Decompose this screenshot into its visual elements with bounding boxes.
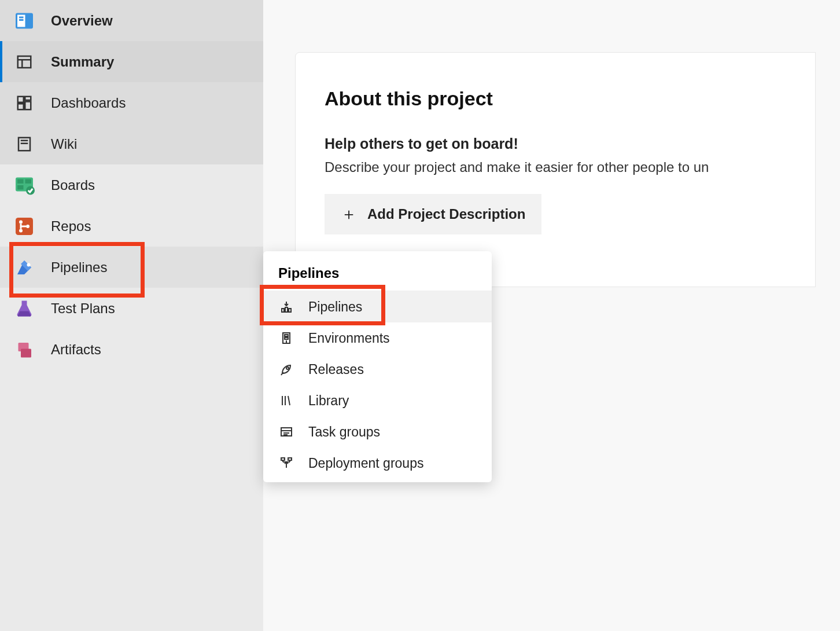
- svg-rect-9: [25, 101, 31, 109]
- svg-rect-7: [18, 96, 24, 102]
- svg-rect-3: [19, 19, 24, 21]
- add-btn-label: Add Project Description: [367, 206, 525, 222]
- sidebar-item-overview[interactable]: Overview: [0, 0, 263, 41]
- dashboards-icon: [14, 93, 35, 113]
- sidebar-item-boards[interactable]: Boards: [0, 164, 263, 206]
- flyout-item-releases[interactable]: Releases: [263, 354, 492, 385]
- flyout-item-label: Library: [308, 393, 349, 409]
- svg-point-21: [19, 229, 23, 232]
- about-heading: About this project: [325, 87, 786, 110]
- sidebar: Overview Summary Dashboards Wiki: [0, 0, 263, 631]
- svg-line-36: [288, 396, 290, 405]
- flyout-item-deploygroups[interactable]: Deployment groups: [263, 447, 492, 479]
- about-description: Describe your project and make it easier…: [325, 159, 786, 175]
- svg-rect-8: [25, 96, 31, 100]
- svg-rect-10: [18, 104, 24, 109]
- flyout-item-library[interactable]: Library: [263, 385, 492, 416]
- sidebar-item-wiki[interactable]: Wiki: [0, 123, 263, 164]
- svg-rect-4: [18, 56, 31, 68]
- svg-point-22: [26, 225, 30, 228]
- sidebar-item-label: Artifacts: [51, 342, 101, 358]
- svg-rect-26: [282, 309, 284, 312]
- sidebar-item-label: Overview: [51, 13, 113, 29]
- flyout-item-taskgroups[interactable]: Task groups: [263, 416, 492, 447]
- svg-rect-28: [289, 309, 291, 312]
- artifacts-icon: [14, 339, 35, 360]
- testplans-icon: [14, 298, 35, 319]
- pipelines-icon: [14, 257, 35, 278]
- svg-rect-41: [281, 458, 285, 460]
- svg-rect-2: [19, 16, 24, 18]
- releases-icon: [278, 361, 294, 377]
- flyout-item-label: Deployment groups: [308, 456, 423, 471]
- flyout-item-label: Releases: [308, 362, 364, 377]
- svg-rect-25: [21, 348, 31, 357]
- sidebar-item-label: Test Plans: [51, 300, 115, 317]
- pipelines-run-icon: [278, 299, 294, 315]
- flyout-item-label: Environments: [308, 331, 390, 346]
- sidebar-item-label: Repos: [51, 218, 91, 234]
- pipelines-flyout: Pipelines Pipelines Environments Release…: [263, 251, 492, 482]
- svg-rect-31: [285, 337, 288, 339]
- sidebar-item-label: Summary: [51, 54, 114, 70]
- about-subheading: Help others to get on board!: [325, 135, 786, 152]
- sidebar-item-repos[interactable]: Repos: [0, 206, 263, 247]
- add-project-description-button[interactable]: ＋ Add Project Description: [325, 194, 541, 234]
- sidebar-item-testplans[interactable]: Test Plans: [0, 288, 263, 329]
- sidebar-item-label: Wiki: [51, 136, 77, 152]
- sidebar-item-artifacts[interactable]: Artifacts: [0, 329, 263, 370]
- taskgroups-icon: [278, 424, 294, 440]
- environments-icon: [278, 330, 294, 346]
- wiki-icon: [14, 134, 35, 155]
- sidebar-item-label: Pipelines: [51, 259, 107, 276]
- svg-rect-15: [17, 179, 24, 184]
- svg-rect-16: [25, 179, 32, 184]
- overview-icon: [14, 10, 35, 31]
- svg-point-23: [27, 263, 31, 266]
- sidebar-item-summary[interactable]: Summary: [0, 41, 263, 82]
- flyout-title: Pipelines: [263, 251, 492, 291]
- flyout-item-label: Task groups: [308, 424, 380, 440]
- flyout-item-label: Pipelines: [308, 299, 362, 315]
- svg-rect-17: [17, 185, 24, 190]
- deploygroups-icon: [278, 455, 294, 471]
- library-icon: [278, 392, 294, 409]
- flyout-item-environments[interactable]: Environments: [263, 322, 492, 354]
- svg-point-20: [19, 220, 23, 223]
- svg-rect-30: [285, 335, 288, 336]
- flyout-item-pipelines[interactable]: Pipelines: [263, 291, 492, 322]
- summary-icon: [14, 52, 35, 72]
- sidebar-item-label: Dashboards: [51, 95, 126, 111]
- sidebar-item-dashboards[interactable]: Dashboards: [0, 82, 263, 123]
- svg-point-33: [286, 367, 289, 369]
- svg-rect-42: [288, 458, 292, 460]
- repos-icon: [14, 216, 35, 237]
- plus-icon: ＋: [341, 203, 357, 225]
- sidebar-item-label: Boards: [51, 177, 95, 193]
- sidebar-item-pipelines[interactable]: Pipelines: [0, 247, 263, 288]
- boards-icon: [14, 175, 35, 196]
- svg-rect-27: [285, 307, 288, 312]
